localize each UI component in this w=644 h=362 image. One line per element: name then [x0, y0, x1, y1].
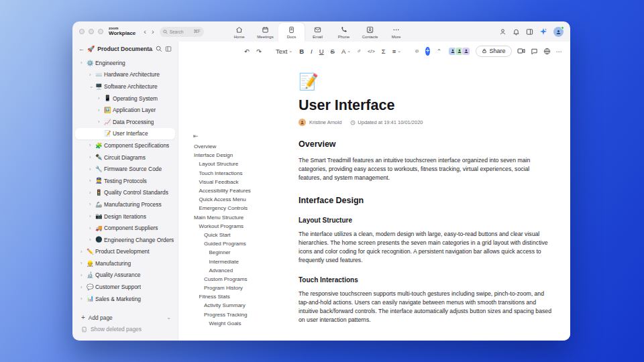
- collapse-sidebar-icon[interactable]: [165, 46, 172, 52]
- align-dropdown[interactable]: ≡⌄: [392, 48, 401, 55]
- doc-title[interactable]: User Interface: [299, 97, 551, 114]
- doc-section-text[interactable]: The Smart Treadmill features an intuitiv…: [299, 156, 551, 182]
- tab-docs[interactable]: Docs: [278, 23, 305, 42]
- outline-item[interactable]: Intermediate: [178, 257, 290, 265]
- page-tree-item[interactable]: › 🔧 Firmware Source Code: [72, 163, 178, 175]
- page-tree-item[interactable]: › 📊 Sales & Marketing: [72, 293, 178, 305]
- workspace-title[interactable]: Product Documenta...: [97, 46, 153, 52]
- outline-item[interactable]: Overview: [178, 142, 290, 151]
- outline-item[interactable]: Progress Tracking: [178, 310, 290, 319]
- share-button[interactable]: Share: [476, 46, 511, 57]
- chevron-down-icon[interactable]: ⌄: [166, 314, 171, 320]
- doc-section-text[interactable]: Layout Structure: [299, 217, 551, 224]
- outline-item[interactable]: Program History: [178, 284, 290, 292]
- page-tree-item[interactable]: › ⚙️ Engineering: [72, 57, 178, 69]
- expand-chevron-icon[interactable]: ›: [89, 237, 95, 243]
- outline-item[interactable]: Advanced: [178, 266, 290, 275]
- video-icon[interactable]: [517, 47, 525, 55]
- page-tree-item[interactable]: › 🖼️ Application Layer: [72, 104, 178, 116]
- back-button[interactable]: ‹: [141, 27, 149, 36]
- page-tree-item[interactable]: › 📱 Operating System: [72, 93, 178, 105]
- code-button[interactable]: </>: [368, 48, 375, 54]
- outline-item[interactable]: Layout Structure: [178, 160, 290, 168]
- comment-icon[interactable]: [415, 48, 419, 55]
- profile-icon[interactable]: [499, 28, 506, 36]
- page-tree-item[interactable]: › 💬 Customer Support: [72, 281, 178, 293]
- outline-item[interactable]: Accessibility Features: [178, 186, 290, 195]
- collaborator-avatar[interactable]: [462, 47, 470, 56]
- expand-chevron-icon[interactable]: ›: [89, 178, 95, 184]
- page-tree-item[interactable]: › 🦾 Manufacturing Process: [72, 198, 178, 210]
- doc-section-text[interactable]: The responsive touchscreen supports mult…: [299, 290, 551, 324]
- outline-item[interactable]: Emergency Controls: [178, 204, 290, 213]
- expand-chevron-icon[interactable]: ›: [89, 154, 95, 160]
- expand-chevron-icon[interactable]: ›: [80, 60, 87, 66]
- expand-chevron-icon[interactable]: ›: [89, 213, 95, 219]
- strikethrough-button[interactable]: S: [331, 48, 335, 55]
- minimize-button[interactable]: [89, 29, 94, 34]
- user-avatar[interactable]: [553, 27, 564, 37]
- page-tree-item[interactable]: 📝 User Interface: [75, 128, 175, 140]
- doc-section-text[interactable]: The interface utilizes a clean, modern d…: [299, 230, 551, 265]
- outline-item[interactable]: Visual Feedback: [178, 178, 290, 186]
- expand-chevron-icon[interactable]: ›: [89, 142, 95, 148]
- page-tree-item[interactable]: › ⌨️ Hardware Architecture: [72, 69, 178, 81]
- tab-home[interactable]: Home: [226, 23, 252, 42]
- page-tree-item[interactable]: › 👷 Manufacturing: [72, 257, 178, 269]
- doc-section-text[interactable]: Touch Interactions: [299, 276, 551, 284]
- expand-chevron-icon[interactable]: ›: [98, 119, 104, 125]
- page-tree-item[interactable]: › 🔬 Quality Assurance: [72, 269, 178, 282]
- outline-item[interactable]: Beginner: [178, 248, 290, 257]
- doc-section-text[interactable]: Interface Design: [299, 196, 551, 205]
- outline-item[interactable]: Interface Design: [178, 151, 290, 160]
- tab-more[interactable]: More: [383, 23, 409, 42]
- expand-chevron-icon[interactable]: ›: [80, 284, 87, 290]
- expand-chevron-icon[interactable]: ›: [80, 249, 87, 255]
- panel-icon[interactable]: [526, 28, 533, 36]
- page-tree-item[interactable]: › 👮 Testing Protocols: [72, 175, 178, 187]
- expand-chevron-icon[interactable]: ›: [89, 190, 95, 196]
- expand-chevron-icon[interactable]: ›: [89, 72, 95, 78]
- outline-item[interactable]: Custom Programs: [178, 275, 290, 284]
- page-tree-item[interactable]: ⌄ 🖥️ Software Architecture: [72, 80, 178, 93]
- underline-button[interactable]: U: [319, 48, 324, 55]
- ai-companion-sparkle-icon[interactable]: [539, 27, 547, 36]
- italic-button[interactable]: I: [311, 48, 313, 55]
- outline-item[interactable]: Guided Programs: [178, 239, 290, 248]
- doc-section-text[interactable]: Overview: [299, 139, 551, 149]
- redo-button[interactable]: ↷: [256, 48, 262, 55]
- expand-chevron-icon[interactable]: ›: [89, 225, 95, 231]
- collapse-toolbar-button[interactable]: ⌃: [437, 48, 442, 55]
- link-icon[interactable]: [358, 48, 361, 54]
- maximize-button[interactable]: [98, 29, 103, 34]
- outline-item[interactable]: Weight Goals: [178, 319, 290, 328]
- text-color-button[interactable]: A⌄: [341, 48, 351, 55]
- page-tree-item[interactable]: › ✏️ Product Development: [72, 246, 178, 258]
- bell-icon[interactable]: [513, 28, 520, 36]
- globe-icon[interactable]: [543, 48, 551, 55]
- document-body[interactable]: 📝 User Interface Kristine Arnold Updated…: [290, 60, 570, 341]
- close-button[interactable]: [79, 29, 85, 34]
- outline-item[interactable]: Touch Interactions: [178, 169, 290, 178]
- tab-email[interactable]: Email: [305, 23, 331, 42]
- page-tree-item[interactable]: › 🌑 Engineering Change Orders: [72, 234, 178, 246]
- expand-chevron-icon[interactable]: ›: [80, 296, 87, 302]
- bold-button[interactable]: B: [299, 48, 304, 55]
- collapse-outline-icon[interactable]: ⇤: [178, 133, 290, 142]
- outline-item[interactable]: Main Menu Structure: [178, 213, 290, 222]
- expand-chevron-icon[interactable]: ›: [89, 166, 95, 172]
- page-tree-item[interactable]: › 📷 Design Iterations: [72, 210, 178, 223]
- add-page-button[interactable]: + Add page ⌄: [72, 312, 178, 324]
- outline-item[interactable]: Quick Start: [178, 231, 290, 239]
- page-tree-item[interactable]: › 🧩 Component Specifications: [72, 139, 178, 152]
- forward-button[interactable]: ›: [149, 27, 157, 36]
- outline-item[interactable]: Fitness Stats: [178, 292, 290, 301]
- outline-item[interactable]: Workout Programs: [178, 222, 290, 231]
- ai-insert-button[interactable]: +: [425, 47, 429, 56]
- tab-phone[interactable]: Phone: [331, 23, 357, 42]
- tab-meetings[interactable]: Meetings: [252, 23, 278, 42]
- text-style-dropdown[interactable]: Text⌄: [276, 48, 292, 55]
- tab-contacts[interactable]: Contacts: [357, 23, 383, 42]
- page-tree-item[interactable]: › 🚚 Component Suppliers: [72, 222, 178, 234]
- page-tree-item[interactable]: › 📈 Data Processing: [72, 116, 178, 128]
